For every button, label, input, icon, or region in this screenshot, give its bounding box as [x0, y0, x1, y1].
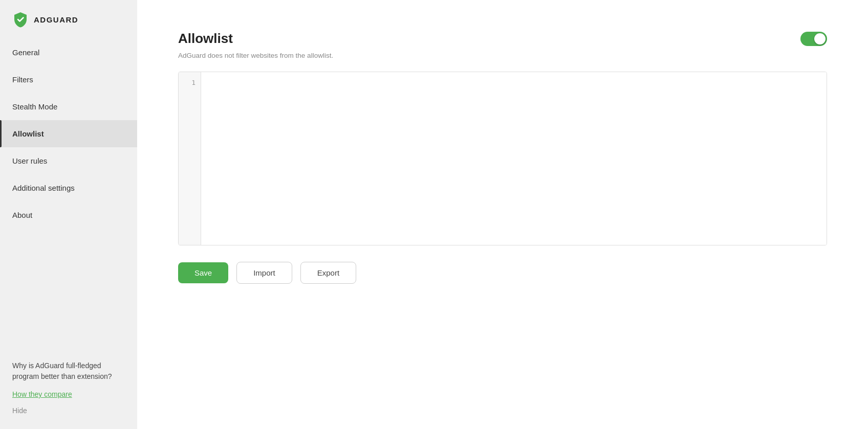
logo: ADGUARD — [0, 0, 137, 39]
sidebar-item-filters[interactable]: Filters — [0, 66, 137, 93]
sidebar-item-about[interactable]: About — [0, 201, 137, 229]
sidebar-item-additional-settings[interactable]: Additional settings — [0, 174, 137, 201]
sidebar: ADGUARD General Filters Stealth Mode All… — [0, 0, 137, 429]
main-content: Allowlist AdGuard does not filter websit… — [137, 0, 868, 429]
toggle-thumb — [814, 33, 826, 44]
action-buttons: Save Import Export — [178, 262, 827, 284]
editor-wrapper — [201, 72, 827, 245]
allowlist-toggle[interactable] — [800, 32, 827, 46]
sidebar-item-allowlist[interactable]: Allowlist — [0, 120, 137, 147]
sidebar-item-user-rules[interactable]: User rules — [0, 147, 137, 174]
export-button[interactable]: Export — [300, 262, 356, 284]
sidebar-navigation: General Filters Stealth Mode Allowlist U… — [0, 39, 137, 352]
page-title: Allowlist — [178, 31, 233, 47]
save-button[interactable]: Save — [178, 262, 228, 283]
allowlist-textarea[interactable] — [201, 72, 827, 245]
sidebar-item-general[interactable]: General — [0, 39, 137, 66]
compare-link[interactable]: How they compare — [0, 386, 137, 402]
promo-text: Why is AdGuard full-fledged program bett… — [0, 352, 137, 386]
import-button[interactable]: Import — [236, 262, 292, 284]
hide-button[interactable]: Hide — [0, 402, 137, 419]
page-subtitle: AdGuard does not filter websites from th… — [178, 52, 827, 59]
allowlist-editor: 1 — [178, 72, 827, 245]
page-header: Allowlist — [178, 31, 827, 47]
line-number-1: 1 — [191, 76, 196, 88]
sidebar-item-stealth-mode[interactable]: Stealth Mode — [0, 93, 137, 120]
line-numbers: 1 — [179, 72, 201, 245]
logo-text: ADGUARD — [34, 15, 78, 24]
adguard-logo-icon — [12, 11, 29, 28]
